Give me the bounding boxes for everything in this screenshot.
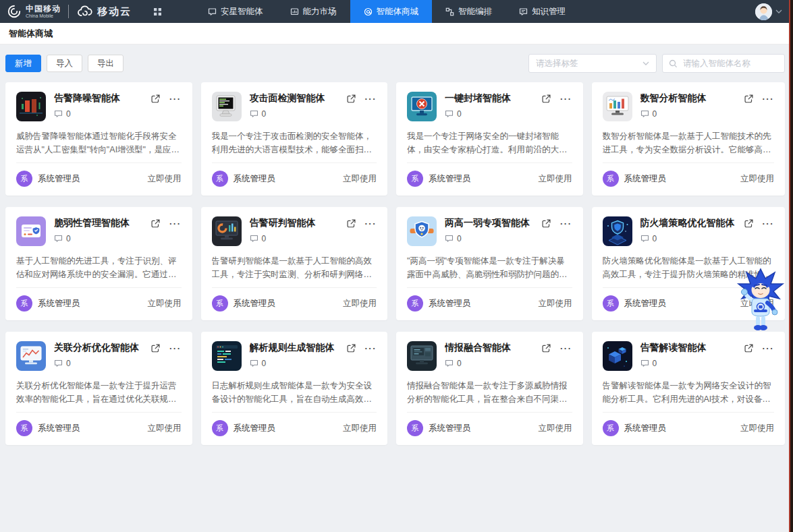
more-icon[interactable]: ··· bbox=[560, 219, 572, 228]
agent-card[interactable]: 告警研判智能体 ··· 0 告警研判智能体是一款基于人工智能的高效工具，专注于实… bbox=[201, 207, 388, 320]
owner-name: 系统管理员 bbox=[38, 423, 80, 434]
agent-card[interactable]: 关联分析优化智能体 ··· 0 关联分析优化智能体是一款专注于提升运营效率的智能… bbox=[5, 332, 192, 445]
more-icon[interactable]: ··· bbox=[763, 94, 775, 103]
agent-description: "两高一弱"专项智能体是一款专注于解决暴露面中高威胁、高脆弱性和弱防护问题的智能… bbox=[407, 254, 572, 282]
share-icon[interactable] bbox=[151, 94, 161, 104]
share-icon[interactable] bbox=[346, 343, 356, 353]
comment-count[interactable]: 0 bbox=[640, 234, 775, 243]
add-button[interactable]: 新增 bbox=[5, 55, 41, 72]
use-now-link[interactable]: 立即使用 bbox=[539, 423, 572, 434]
brand: 中国移动 China Mobile 移动云 bbox=[7, 0, 132, 23]
use-now-link[interactable]: 立即使用 bbox=[148, 173, 182, 185]
user-menu[interactable] bbox=[755, 0, 793, 23]
use-now-link[interactable]: 立即使用 bbox=[343, 423, 377, 434]
more-icon[interactable]: ··· bbox=[763, 219, 775, 228]
use-now-link[interactable]: 立即使用 bbox=[343, 298, 377, 309]
agent-card[interactable]: 两高一弱专项智能体 ··· 0 "两高一弱"专项智能体是一款专注于解决暴露面中高… bbox=[396, 207, 583, 320]
nav-item-orchestration[interactable]: 智能编排 bbox=[432, 0, 505, 23]
main-menu: 安星智能体 能力市场 智能体商城 智能编排 知识管理 bbox=[194, 0, 579, 23]
agent-description: 我是一个专注于攻击面检测的安全智能体，利用先进的大语言模型技术，能够全面扫描和分… bbox=[212, 129, 377, 157]
agent-card[interactable]: 情报融合智能体 ··· 0 情报融合智能体是一款专注于多源威胁情报分析的智能化工… bbox=[396, 332, 583, 445]
comment-count[interactable]: 0 bbox=[54, 359, 182, 368]
agent-card[interactable]: 告警降噪智能体 ··· 0 威胁告警降噪智能体通过智能化手段将安全运营从"人工密… bbox=[5, 82, 192, 196]
more-icon[interactable]: ··· bbox=[365, 219, 377, 228]
comment-count[interactable]: 0 bbox=[250, 234, 377, 243]
agent-icon-vulnerability-management bbox=[16, 216, 46, 246]
owner-name: 系统管理员 bbox=[234, 298, 276, 309]
more-icon[interactable]: ··· bbox=[365, 94, 377, 103]
share-icon[interactable] bbox=[744, 94, 754, 104]
share-icon[interactable] bbox=[541, 94, 551, 104]
comment-count[interactable]: 0 bbox=[640, 359, 775, 368]
agent-title: 告警解读智能体 bbox=[640, 342, 735, 354]
agent-card[interactable]: 一键封堵智能体 ··· 0 我是一个专注于网络安全的一键封堵智能体，由安全专家精… bbox=[396, 82, 583, 196]
tag-select[interactable]: 请选择标签 bbox=[528, 54, 657, 73]
tag-select-placeholder: 请选择标签 bbox=[536, 58, 578, 69]
agent-description: 告警解读智能体是一款专为网络安全设计的智能分析工具。它利用先进的AI技术，对设备… bbox=[603, 379, 775, 407]
owner-avatar: 系 bbox=[212, 420, 228, 436]
export-button[interactable]: 导出 bbox=[88, 55, 124, 72]
more-icon[interactable]: ··· bbox=[169, 344, 182, 353]
agent-card[interactable]: 解析规则生成智能体 ··· 0 日志解析规则生成智能体是一款专为安全设备设计的智… bbox=[201, 332, 388, 445]
share-icon[interactable] bbox=[744, 218, 754, 229]
comment-icon bbox=[250, 110, 258, 118]
nav-item-agent-mall[interactable]: 智能体商城 bbox=[350, 0, 433, 23]
knowledge-chat-icon bbox=[519, 7, 528, 16]
agent-card[interactable]: 告警解读智能体 ··· 0 告警解读智能体是一款专为网络安全设计的智能分析工具。… bbox=[592, 332, 786, 445]
app-launcher-icon[interactable] bbox=[153, 0, 162, 23]
import-button[interactable]: 导入 bbox=[47, 55, 82, 72]
share-icon[interactable] bbox=[151, 343, 161, 353]
use-now-link[interactable]: 立即使用 bbox=[740, 423, 774, 434]
nav-item-label: 智能体商城 bbox=[377, 6, 419, 18]
comment-count[interactable]: 0 bbox=[250, 359, 377, 368]
use-now-link[interactable]: 立即使用 bbox=[539, 173, 572, 185]
screen-edge-artifact bbox=[789, 0, 793, 532]
operator-name-en: China Mobile bbox=[26, 13, 61, 19]
nav-item-label: 智能编排 bbox=[458, 6, 492, 18]
assistant-mascot[interactable] bbox=[736, 268, 786, 338]
agent-description: 基于人工智能的先进工具，专注于识别、评估和应对网络系统中的安全漏洞。它通过自动化… bbox=[16, 254, 182, 282]
agent-title: 攻击面检测智能体 bbox=[250, 92, 337, 105]
agent-title: 脆弱性管理智能体 bbox=[54, 217, 142, 229]
nav-item-anxing-agent[interactable]: 安星智能体 bbox=[194, 0, 277, 23]
use-now-link[interactable]: 立即使用 bbox=[148, 298, 182, 309]
more-icon[interactable]: ··· bbox=[169, 94, 182, 103]
comment-count[interactable]: 0 bbox=[445, 359, 572, 368]
more-icon[interactable]: ··· bbox=[560, 94, 572, 103]
agent-card[interactable]: 攻击面检测智能体 ··· 0 我是一个专注于攻击面检测的安全智能体，利用先进的大… bbox=[201, 82, 388, 196]
agent-card[interactable]: 数智分析智能体 ··· 0 数智分析智能体是一款基于人工智能技术的先进工具，专为… bbox=[592, 82, 786, 196]
comment-count[interactable]: 0 bbox=[640, 109, 775, 119]
share-icon[interactable] bbox=[151, 218, 161, 229]
chevron-down-icon bbox=[642, 61, 649, 65]
comment-count[interactable]: 0 bbox=[250, 109, 377, 119]
agent-card[interactable]: 脆弱性管理智能体 ··· 0 基于人工智能的先进工具，专注于识别、评估和应对网络… bbox=[5, 207, 192, 320]
search-icon bbox=[669, 59, 678, 68]
share-icon[interactable] bbox=[744, 343, 754, 353]
share-icon[interactable] bbox=[541, 343, 551, 353]
agent-icon-parse-rule-generation bbox=[212, 341, 242, 371]
use-now-link[interactable]: 立即使用 bbox=[740, 173, 774, 185]
owner-name: 系统管理员 bbox=[624, 173, 667, 185]
more-icon[interactable]: ··· bbox=[763, 344, 775, 353]
comment-count[interactable]: 0 bbox=[54, 109, 182, 119]
comment-count[interactable]: 0 bbox=[445, 234, 572, 243]
user-avatar[interactable] bbox=[755, 3, 772, 20]
owner-avatar: 系 bbox=[603, 171, 619, 187]
owner-avatar: 系 bbox=[212, 171, 228, 187]
share-icon[interactable] bbox=[346, 218, 356, 229]
nav-item-capability-market[interactable]: 能力市场 bbox=[277, 0, 350, 23]
more-icon[interactable]: ··· bbox=[169, 219, 182, 228]
owner-name: 系统管理员 bbox=[624, 423, 667, 434]
comment-count[interactable]: 0 bbox=[445, 109, 572, 119]
nav-item-knowledge[interactable]: 知识管理 bbox=[505, 0, 579, 23]
use-now-link[interactable]: 立即使用 bbox=[539, 298, 572, 309]
search-input[interactable] bbox=[682, 58, 778, 69]
more-icon[interactable]: ··· bbox=[365, 344, 377, 353]
more-icon[interactable]: ··· bbox=[560, 344, 572, 353]
comment-count[interactable]: 0 bbox=[54, 234, 182, 243]
share-icon[interactable] bbox=[346, 94, 356, 104]
search-box[interactable] bbox=[662, 54, 785, 73]
use-now-link[interactable]: 立即使用 bbox=[148, 423, 182, 434]
use-now-link[interactable]: 立即使用 bbox=[343, 173, 377, 185]
share-icon[interactable] bbox=[541, 218, 551, 229]
